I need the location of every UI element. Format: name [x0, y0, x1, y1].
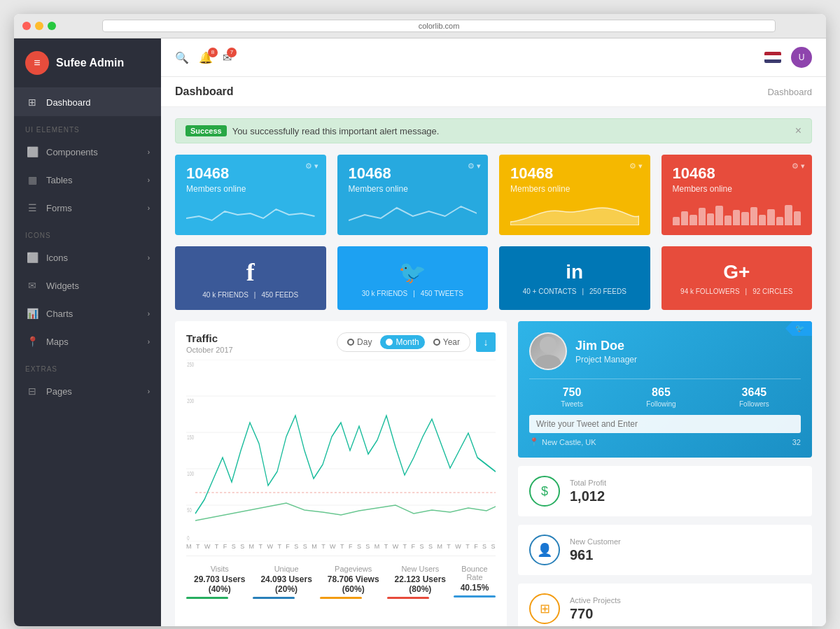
traffic-controls: Day Month Year [337, 332, 496, 352]
profile-role: Project Manager [575, 355, 637, 365]
tables-icon: ▦ [25, 173, 39, 187]
search-icon[interactable]: 🔍 [175, 51, 189, 64]
alert-success: Success You successfully read this impor… [175, 118, 812, 143]
sidebar-item-charts[interactable]: 📊 Charts › [14, 299, 161, 327]
sidebar-item-label: Widgets [46, 281, 79, 291]
x-label: S [419, 543, 424, 550]
x-label: S [482, 543, 486, 550]
stat-newusers-value: 22.123 Users (80%) [387, 574, 454, 594]
sidebar-item-widgets[interactable]: ✉ Widgets [14, 271, 161, 299]
chart-x-labels: MT WT FS SM TW TF SS MT WT FS SM TW TF S… [186, 542, 496, 550]
traffic-stats: Visits 29.703 Users (40%) Unique 24.093 … [186, 556, 496, 599]
period-day[interactable]: Day [342, 335, 377, 349]
tweet-input[interactable] [529, 415, 801, 433]
download-button[interactable]: ↓ [476, 332, 496, 352]
mail-icon[interactable]: ✉ 7 [223, 51, 232, 64]
mail-badge: 7 [227, 48, 237, 57]
profile-text: Jim Doe Project Manager [575, 339, 637, 365]
pages-icon: ⊟ [25, 384, 39, 398]
googleplus-card: G+ 94 k FOLLOWERS | 92 CIRCLES [662, 246, 813, 310]
x-label: M [249, 543, 255, 550]
stat-widget-customer: 👤 New Customer 961 [518, 525, 812, 575]
traffic-subtitle: October 2017 [186, 346, 233, 354]
chevron-right-icon: › [148, 204, 150, 212]
customer-label: New Customer [570, 537, 621, 546]
sidebar-item-label: Maps [46, 337, 69, 347]
card-settings-2: ⚙ ▾ [468, 162, 481, 171]
sidebar-item-dashboard[interactable]: ⊞ Dashboard [14, 88, 161, 116]
tweets-count: 750 [561, 386, 583, 399]
language-flag[interactable] [764, 52, 781, 63]
traffic-chart-svg: 250 200 150 100 50 0 [186, 360, 496, 542]
x-label: T [465, 543, 470, 550]
stat-pageviews-label: Pageviews [320, 565, 387, 573]
stat-cards-row: ⚙ ▾ 10468 Members online ⚙ ▾ 10468 Membe… [161, 143, 826, 246]
profile-stat-following: 865 Following [646, 386, 676, 408]
widgets-icon: ✉ [25, 278, 39, 292]
x-label: T [447, 543, 451, 550]
x-label: S [365, 543, 370, 550]
chevron-right-icon: › [148, 254, 150, 262]
x-label: W [330, 543, 336, 550]
stat-pageviews-bar [320, 597, 362, 599]
x-label: W [455, 543, 461, 550]
svg-text:200: 200 [187, 397, 194, 405]
svg-point-14 [536, 355, 561, 370]
sidebar-item-icons[interactable]: ⬜ Icons › [14, 243, 161, 271]
projects-icon: ⊞ [529, 593, 560, 624]
stat-widget-projects: ⊞ Active Projects 770 [518, 584, 812, 626]
card-label-3: Members online [510, 184, 639, 194]
x-label: W [393, 543, 399, 550]
stat-newusers-label: New Users [387, 565, 454, 573]
stat-visits-label: Visits [186, 565, 253, 573]
x-label: F [474, 543, 478, 550]
card-chart-1 [186, 201, 315, 225]
close-btn[interactable] [22, 22, 31, 30]
following-label: Following [646, 400, 676, 408]
period-year[interactable]: Year [428, 335, 465, 349]
maximize-btn[interactable] [48, 22, 56, 30]
sidebar-item-components[interactable]: ⬜ Components › [14, 138, 161, 166]
x-label: F [223, 543, 227, 550]
profile-info: Jim Doe Project Manager [529, 332, 801, 370]
app-container: ≡ Sufee Admin ⊞ Dashboard UI ELEMENTS ⬜ … [14, 38, 826, 626]
x-label: T [340, 543, 344, 550]
x-label: M [312, 543, 317, 550]
sidebar-brand: ≡ Sufee Admin [14, 38, 161, 88]
followers-count: 3645 [739, 386, 769, 399]
notification-bell[interactable]: 🔔 8 [199, 51, 213, 64]
minimize-btn[interactable] [35, 22, 43, 30]
maps-icon: 📍 [25, 334, 39, 348]
followers-label: Followers [739, 400, 769, 408]
sidebar-section-icons: ICONS [14, 222, 161, 243]
profit-icon: $ [529, 476, 560, 507]
sidebar-item-tables[interactable]: ▦ Tables › [14, 166, 161, 194]
profit-value: 1,012 [570, 488, 606, 504]
x-label: S [491, 543, 496, 550]
stat-unique-value: 24.093 Users (20%) [253, 574, 319, 594]
stat-card-4: ⚙ ▾ 10468 Members online [662, 155, 813, 235]
stat-bounce-value: 40.15% [454, 583, 496, 593]
alert-close-button[interactable]: × [795, 125, 802, 137]
sidebar-item-forms[interactable]: ☰ Forms › [14, 194, 161, 222]
svg-text:0: 0 [187, 535, 189, 542]
traffic-title: Traffic [186, 332, 233, 344]
icons-icon: ⬜ [25, 250, 39, 264]
sidebar-item-maps[interactable]: 📍 Maps › [14, 327, 161, 355]
sidebar-item-pages[interactable]: ⊟ Pages › [14, 377, 161, 405]
svg-point-13 [540, 337, 556, 353]
stat-unique-bar [253, 597, 295, 599]
card-number-1: 10468 [186, 164, 315, 183]
x-label: S [428, 543, 433, 550]
period-month[interactable]: Month [380, 335, 424, 349]
stat-unique-label: Unique [253, 565, 319, 573]
user-avatar[interactable]: U [791, 47, 812, 68]
forms-icon: ☰ [25, 201, 39, 215]
card-number-3: 10468 [510, 164, 639, 183]
fb-sep: | [254, 291, 256, 299]
svg-text:250: 250 [187, 361, 194, 369]
period-day-label: Day [357, 337, 372, 347]
x-label: W [204, 543, 211, 550]
sidebar-section-ui-elements: UI ELEMENTS [14, 116, 161, 138]
tw-sep: | [413, 290, 415, 297]
